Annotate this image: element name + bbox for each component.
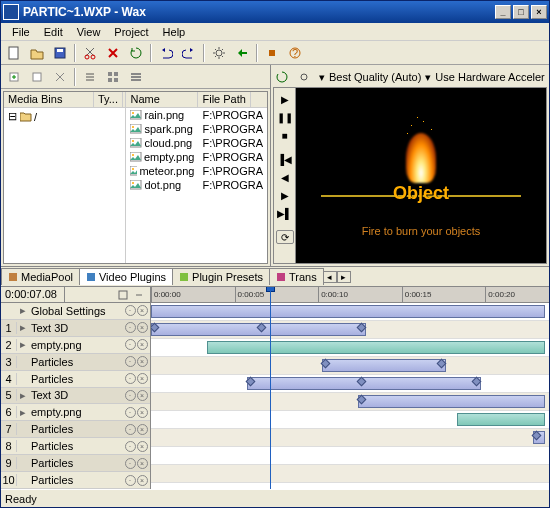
track-tool[interactable]: · — [125, 390, 136, 401]
track-tool[interactable]: · — [125, 441, 136, 452]
path-header[interactable]: File Path — [198, 92, 250, 107]
open-button[interactable] — [26, 43, 48, 63]
tl-tool2[interactable] — [132, 289, 146, 301]
track-tool[interactable]: · — [125, 424, 136, 435]
track-tool[interactable]: · — [125, 458, 136, 469]
menu-project[interactable]: Project — [107, 24, 155, 40]
refresh-button[interactable] — [125, 43, 147, 63]
svg-point-30 — [301, 74, 307, 80]
track-mute[interactable]: × — [137, 373, 148, 384]
track-mute[interactable]: × — [137, 305, 148, 316]
tree-root[interactable]: ⊟ / — [4, 108, 125, 125]
preview-panel: ▾ Best Quality (Auto) ▾ Use Hardware Acc… — [271, 65, 549, 266]
new-button[interactable] — [3, 43, 25, 63]
menu-edit[interactable]: Edit — [37, 24, 70, 40]
track-mute[interactable]: × — [137, 390, 148, 401]
timecode-display[interactable]: 0:00:07.08 — [1, 287, 65, 302]
track-mute[interactable]: × — [137, 424, 148, 435]
render-button[interactable] — [231, 43, 253, 63]
track-header[interactable]: ▸Global Settings·× — [1, 303, 150, 320]
preview-refresh-button[interactable] — [273, 69, 291, 85]
timeline-grid[interactable]: ◂▸ — [151, 303, 549, 489]
tool3-button[interactable] — [49, 67, 71, 87]
stop-button[interactable]: ■ — [277, 128, 293, 142]
minimize-button[interactable]: _ — [495, 5, 511, 19]
file-row[interactable]: meteor.pngF:\PROGRA — [126, 164, 267, 178]
quality-label[interactable]: Best Quality (Auto) — [329, 71, 421, 83]
preview-settings-button[interactable] — [295, 69, 313, 85]
name-header[interactable]: Name — [126, 92, 198, 107]
delete-button[interactable] — [102, 43, 124, 63]
file-row[interactable]: spark.pngF:\PROGRA — [126, 122, 267, 136]
track-header[interactable]: 4Particles·× — [1, 371, 150, 388]
track-tool[interactable]: · — [125, 407, 136, 418]
view-thumb-button[interactable] — [102, 67, 124, 87]
playhead-icon[interactable] — [266, 287, 275, 292]
plugin-button[interactable] — [261, 43, 283, 63]
timeline-ruler[interactable]: 0:00:00 0:00:05 0:00:10 0:00:15 0:00:20 — [151, 287, 549, 302]
tab-scroll-left[interactable]: ◂ — [323, 271, 337, 283]
track-tool[interactable]: · — [125, 305, 136, 316]
tab-scroll-right[interactable]: ▸ — [337, 271, 351, 283]
tab-transitions[interactable]: Trans — [269, 268, 324, 285]
loop-button[interactable]: ⟳ — [276, 230, 294, 244]
svg-rect-14 — [114, 78, 118, 82]
track-mute[interactable]: × — [137, 339, 148, 350]
track-header[interactable]: 10Particles·× — [1, 472, 150, 489]
save-button[interactable] — [49, 43, 71, 63]
track-tool[interactable]: · — [125, 322, 136, 333]
file-row[interactable]: empty.pngF:\PROGRA — [126, 150, 267, 164]
track-header[interactable]: 7Particles·× — [1, 421, 150, 438]
track-mute[interactable]: × — [137, 356, 148, 367]
next-frame-button[interactable]: ▶ — [277, 188, 293, 202]
play-button[interactable]: ▶ — [277, 92, 293, 106]
preview-toolbar: ▾ Best Quality (Auto) ▾ Use Hardware Acc… — [273, 67, 547, 87]
track-mute[interactable]: × — [137, 475, 148, 486]
track-header[interactable]: 8Particles·× — [1, 438, 150, 455]
media-bins-tree[interactable]: Media BinsTy... ⊟ / — [4, 92, 126, 263]
help-button[interactable]: ? — [284, 43, 306, 63]
media-file-list[interactable]: NameFile Path rain.pngF:\PROGRAspark.png… — [126, 92, 267, 263]
menu-help[interactable]: Help — [156, 24, 193, 40]
media-toolbar — [1, 65, 270, 89]
track-header[interactable]: 5▸Text 3D·× — [1, 388, 150, 405]
first-frame-button[interactable]: ▐◀ — [277, 152, 293, 166]
track-header[interactable]: 1▸Text 3D·× — [1, 320, 150, 337]
track-mute[interactable]: × — [137, 441, 148, 452]
track-header[interactable]: 6▸empty.png·× — [1, 404, 150, 421]
track-mute[interactable]: × — [137, 407, 148, 418]
track-mute[interactable]: × — [137, 322, 148, 333]
track-tool[interactable]: · — [125, 373, 136, 384]
svg-point-25 — [132, 154, 134, 156]
tl-tool1[interactable] — [116, 289, 130, 301]
cut-button[interactable] — [79, 43, 101, 63]
pause-button[interactable]: ❚❚ — [277, 110, 293, 124]
tab-mediapool[interactable]: MediaPool — [1, 268, 80, 285]
track-tool[interactable]: · — [125, 339, 136, 350]
maximize-button[interactable]: □ — [513, 5, 529, 19]
add-media-button[interactable] — [3, 67, 25, 87]
tool2-button[interactable] — [26, 67, 48, 87]
hw-accel-label[interactable]: Use Hardware Acceler — [435, 71, 544, 83]
file-row[interactable]: cloud.pngF:\PROGRA — [126, 136, 267, 150]
last-frame-button[interactable]: ▶▌ — [277, 206, 293, 220]
track-mute[interactable]: × — [137, 458, 148, 469]
undo-button[interactable] — [155, 43, 177, 63]
settings-button[interactable] — [208, 43, 230, 63]
file-row[interactable]: dot.pngF:\PROGRA — [126, 178, 267, 192]
track-header[interactable]: 2▸empty.png·× — [1, 337, 150, 354]
track-header[interactable]: 3Particles·× — [1, 354, 150, 371]
redo-button[interactable] — [178, 43, 200, 63]
tab-video-plugins[interactable]: Video Plugins — [79, 268, 173, 285]
tab-plugin-presets[interactable]: Plugin Presets — [172, 268, 270, 285]
file-row[interactable]: rain.pngF:\PROGRA — [126, 108, 267, 122]
view-detail-button[interactable] — [125, 67, 147, 87]
track-tool[interactable]: · — [125, 356, 136, 367]
menu-file[interactable]: File — [5, 24, 37, 40]
prev-frame-button[interactable]: ◀ — [277, 170, 293, 184]
close-button[interactable]: × — [531, 5, 547, 19]
view-list-button[interactable] — [79, 67, 101, 87]
track-tool[interactable]: · — [125, 475, 136, 486]
menu-view[interactable]: View — [70, 24, 108, 40]
track-header[interactable]: 9Particles·× — [1, 455, 150, 472]
